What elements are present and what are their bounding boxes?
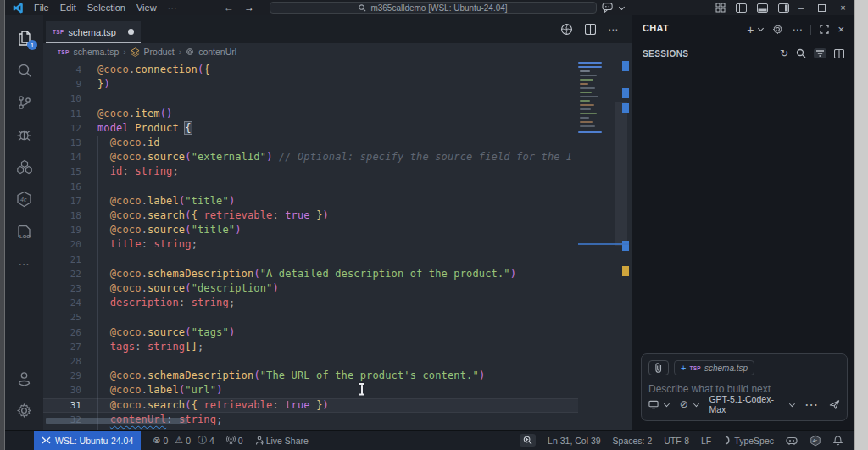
close-button[interactable]: × xyxy=(840,3,845,13)
send-icon[interactable] xyxy=(829,399,840,410)
menu-edit[interactable]: Edit xyxy=(60,3,76,13)
split-editor-icon[interactable] xyxy=(585,24,596,35)
code-line-23[interactable]: 23 @coco.source("description") xyxy=(43,281,578,296)
indentation[interactable]: Spaces: 2 xyxy=(613,436,653,446)
activity-output-log[interactable]: LOG xyxy=(5,215,43,247)
code-line-11[interactable]: 11@coco.item() xyxy=(43,107,578,121)
tab-schema-tsp[interactable]: TSP schema.tsp xyxy=(46,21,141,43)
language-mode[interactable]: TypeSpec xyxy=(723,436,774,446)
minimize-button[interactable]: – xyxy=(798,3,804,13)
activity-run-debug[interactable] xyxy=(5,119,43,151)
toggle-sidebar-icon[interactable] xyxy=(736,3,747,13)
more-actions-icon[interactable]: ⋯ xyxy=(792,24,802,36)
code-line-13[interactable]: 13 @coco.id xyxy=(43,136,578,150)
bell-icon[interactable] xyxy=(833,436,843,446)
chat-input-box[interactable]: + TSP schema.tsp Describe what to build … xyxy=(641,353,848,421)
code-line-21[interactable]: 21 xyxy=(43,253,578,267)
code-line-12[interactable]: 12model Product { xyxy=(43,121,578,136)
maximize-button[interactable] xyxy=(818,4,826,12)
ports-status[interactable]: 0 xyxy=(226,436,243,446)
chat-input-placeholder[interactable]: Describe what to build next xyxy=(648,383,840,395)
menu-more[interactable]: ⋯ xyxy=(168,3,177,14)
accounts-button[interactable] xyxy=(5,362,43,394)
breadcrumb-file[interactable]: schema.tsp xyxy=(74,47,120,57)
scrollbar-overview-ruler[interactable] xyxy=(603,60,632,430)
model-picker[interactable]: GPT-5.1-Codex-Max xyxy=(709,394,784,414)
horizontal-scrollbar[interactable] xyxy=(46,418,187,424)
code-line-17[interactable]: 17 @coco.label("title") xyxy=(43,194,578,208)
codex-icon[interactable] xyxy=(560,23,573,36)
code-line-10[interactable]: 10 xyxy=(43,92,578,106)
activity-source-control[interactable] xyxy=(5,86,43,119)
view-layout-icon[interactable] xyxy=(834,49,844,58)
gear-icon[interactable] xyxy=(772,24,783,35)
code-line-33[interactable]: 33 xyxy=(43,427,578,430)
cursor-position[interactable]: Ln 31, Col 39 xyxy=(548,436,600,446)
chat-panel-title[interactable]: CHAT xyxy=(643,23,669,36)
activity-search[interactable] xyxy=(5,54,43,86)
problems-status[interactable]: ⊗0 ⚠0 ⓘ4 xyxy=(153,434,214,447)
code-line-18[interactable]: 18 @coco.search({ retrievable: true }) xyxy=(43,208,578,223)
copilot-chat-button[interactable] xyxy=(602,0,625,15)
breadcrumb-symbol[interactable]: Product xyxy=(144,47,175,57)
code-line-22[interactable]: 22 @coco.schemaDescription("A detailed d… xyxy=(43,267,578,281)
chevron-down-icon[interactable] xyxy=(789,401,795,407)
more-options-icon[interactable]: ⋯ xyxy=(804,397,819,413)
modified-dot-icon[interactable] xyxy=(128,29,134,35)
code-line-19[interactable]: 19 @coco.source("title") xyxy=(43,223,578,237)
chevron-down-icon[interactable] xyxy=(758,25,764,31)
code-line-28[interactable]: 28 xyxy=(43,354,578,369)
eol-sequence[interactable]: LF xyxy=(701,436,711,446)
code-line-26[interactable]: 26 @coco.source("tags") xyxy=(43,325,578,340)
back-arrow-icon[interactable]: ← xyxy=(224,2,234,14)
copilot-icon[interactable] xyxy=(786,436,798,446)
menu-file[interactable]: File xyxy=(34,3,49,13)
code-line-15[interactable]: 15 id: string; xyxy=(43,164,578,179)
chevron-down-icon[interactable] xyxy=(664,401,670,407)
code-line-16[interactable]: 16 xyxy=(43,180,578,194)
chevron-down-icon[interactable] xyxy=(693,401,699,407)
code-line-14[interactable]: 14 @coco.source("externalId") // Optiona… xyxy=(43,150,578,164)
code-line-24[interactable]: 24 description: string; xyxy=(43,296,578,310)
environment-icon[interactable] xyxy=(648,400,659,409)
live-share-status[interactable]: Live Share xyxy=(255,436,309,446)
settings-button[interactable] xyxy=(5,394,43,426)
command-center-search[interactable]: m365calldemo [WSL: Ubuntu-24.04] xyxy=(270,2,597,14)
forward-arrow-icon[interactable]: → xyxy=(244,2,254,14)
breadcrumb-member[interactable]: contenUrl xyxy=(198,47,236,57)
code-line-29[interactable]: 29 @coco.schemaDescription("The URL of t… xyxy=(43,369,578,383)
maximize-panel-icon[interactable] xyxy=(820,25,829,34)
code-line-4[interactable]: 4@coco.connection({ xyxy=(43,63,578,77)
menu-selection[interactable]: Selection xyxy=(87,3,125,13)
toggle-panel-icon[interactable] xyxy=(757,3,768,13)
new-chat-button[interactable]: + xyxy=(747,23,754,36)
zoom-status-icon[interactable] xyxy=(520,434,536,447)
encoding[interactable]: UTF-8 xyxy=(664,436,689,446)
menu-view[interactable]: View xyxy=(136,3,157,13)
attach-context-button[interactable] xyxy=(648,360,669,375)
code-line-31[interactable]: 31 @coco.search({ retrievable: true }) xyxy=(43,398,578,413)
filter-icon[interactable] xyxy=(814,48,826,58)
mode-icon[interactable]: ⊘ xyxy=(680,398,688,410)
toggle-secondary-sidebar-icon[interactable] xyxy=(778,3,789,13)
activity-more[interactable]: ⋯ xyxy=(5,247,43,280)
context-chip[interactable]: + TSP schema.tsp xyxy=(674,360,754,375)
code-line-9[interactable]: 9}) xyxy=(43,77,578,92)
more-actions-icon[interactable]: ⋯ xyxy=(608,24,618,36)
refresh-icon[interactable]: ↻ xyxy=(780,47,788,59)
minimap[interactable] xyxy=(578,60,603,430)
customize-layout-icon[interactable] xyxy=(715,3,726,13)
close-panel-icon[interactable]: × xyxy=(837,23,844,36)
code-line-25[interactable]: 25 xyxy=(43,310,578,325)
code-line-27[interactable]: 27 tags: string[]; xyxy=(43,340,578,354)
activity-extensions[interactable] xyxy=(5,151,43,183)
activity-agents-toolkit[interactable]: 4c xyxy=(5,183,43,215)
code-line-30[interactable]: 30 @coco.label("url") xyxy=(43,383,578,397)
remote-indicator[interactable]: WSL: Ubuntu-24.04 xyxy=(34,431,141,450)
vertical-scrollbar-slider[interactable] xyxy=(615,102,627,246)
agents-toolkit-status-icon[interactable]: 4c xyxy=(810,435,821,447)
code-line-20[interactable]: 20 title: string; xyxy=(43,237,578,252)
code-editor[interactable]: 4@coco.connection({9})1011@coco.item()12… xyxy=(43,60,632,430)
search-icon[interactable] xyxy=(796,48,806,58)
activity-explorer[interactable]: 1 xyxy=(5,22,43,54)
